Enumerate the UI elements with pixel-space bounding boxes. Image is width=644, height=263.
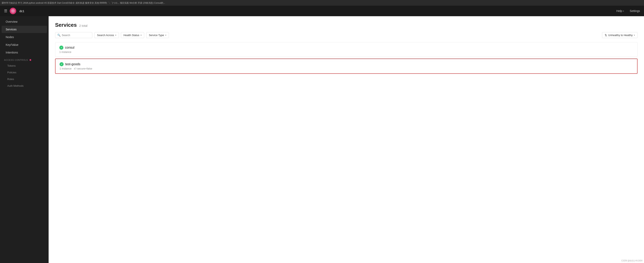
access-controls-section: ACCESS CONTROLS: [4, 59, 44, 61]
tag-icon: 🏷: [74, 67, 76, 70]
sort-icon: ⇅: [605, 34, 607, 37]
settings-button[interactable]: Settings: [630, 9, 640, 13]
sidebar-item-policies[interactable]: Policies: [2, 69, 47, 76]
access-controls-indicator: [30, 59, 31, 61]
service-item-test-goods[interactable]: test-goods 1 instance 🏷 secure=false: [55, 59, 638, 74]
sort-chevron-icon: ▾: [634, 34, 635, 36]
service-name-consul: consul: [65, 46, 74, 50]
search-input[interactable]: [62, 34, 90, 37]
service-type-button[interactable]: Service Type ▾: [146, 32, 169, 38]
search-across-chevron-icon: ▾: [115, 34, 116, 36]
page-title: Services: [55, 22, 77, 28]
service-item-consul[interactable]: consul 1 instance: [55, 42, 638, 57]
app-container: ☰ dc1 Help ▾ Settings Overview Services: [0, 6, 644, 263]
tag-value-test-goods: secure=false: [77, 67, 92, 70]
sidebar: Overview Services Nodes Key/Value Intent…: [0, 16, 48, 263]
health-ok-icon-consul: [59, 46, 64, 50]
help-chevron-icon: ▾: [623, 10, 624, 12]
service-meta-consul: 1 instance: [59, 51, 633, 54]
sidebar-item-key-value[interactable]: Key/Value: [2, 41, 47, 49]
search-box[interactable]: 🔍: [55, 32, 92, 38]
topbar: ☰ dc1 Help ▾ Settings: [0, 6, 644, 16]
main-layout: Overview Services Nodes Key/Value Intent…: [0, 16, 644, 263]
sidebar-item-overview[interactable]: Overview: [2, 18, 47, 25]
browser-tabs: 课外学习知识点 学习 JAVA python android H5 容器技术 D…: [2, 2, 165, 5]
search-icon: 🔍: [57, 34, 60, 37]
sidebar-item-roles[interactable]: Roles: [2, 76, 47, 82]
sort-button[interactable]: ⇅ Unhealthy to Healthy ▾: [602, 32, 638, 38]
svg-point-1: [12, 10, 14, 12]
sidebar-item-nodes[interactable]: Nodes: [2, 34, 47, 41]
service-meta-test-goods: 1 instance 🏷 secure=false: [60, 67, 633, 70]
sidebar-item-auth-methods[interactable]: Auth Methods: [2, 83, 47, 89]
page-header: Services 2 total: [55, 22, 638, 28]
content-area: Services 2 total 🔍 Search Across ▾ Healt…: [48, 16, 644, 263]
dc-label: dc1: [20, 9, 24, 13]
menu-icon[interactable]: ☰: [4, 9, 7, 13]
service-instance-count-test-goods: 1 instance: [60, 67, 72, 70]
sidebar-item-intentions[interactable]: Intentions: [2, 49, 47, 56]
service-list: consul 1 instance test-goods 1 instance: [55, 42, 638, 75]
help-button[interactable]: Help ▾: [616, 9, 624, 13]
page-total: 2 total: [79, 24, 88, 27]
health-ok-icon-test-goods: [60, 62, 64, 66]
consul-logo: [10, 8, 16, 14]
service-tag-test-goods: 🏷 secure=false: [74, 67, 92, 70]
health-status-button[interactable]: Health Status ▾: [121, 32, 144, 38]
service-name-test-goods: test-goods: [65, 62, 80, 66]
service-instance-count-consul: 1 instance: [59, 51, 71, 54]
service-name-row-test-goods: test-goods: [60, 62, 633, 66]
filter-bar: 🔍 Search Across ▾ Health Status ▾ Servic…: [55, 32, 638, 38]
attribution: CSDN @快乐少年1904: [621, 259, 642, 262]
sidebar-item-tokens[interactable]: Tokens: [2, 63, 47, 69]
service-name-row: consul: [59, 46, 633, 50]
search-across-button[interactable]: Search Across ▾: [94, 32, 119, 38]
browser-bar: 课外学习知识点 学习 JAVA python android H5 容器技术 D…: [0, 0, 644, 6]
sidebar-item-services[interactable]: Services: [2, 26, 47, 33]
service-type-chevron-icon: ▾: [165, 34, 166, 36]
health-status-chevron-icon: ▾: [140, 34, 142, 36]
